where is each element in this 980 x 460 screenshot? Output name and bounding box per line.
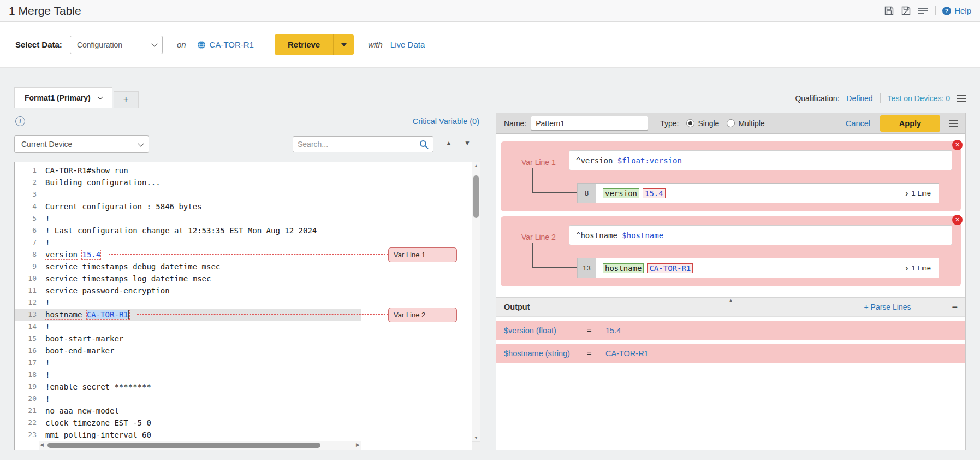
pattern-name-input[interactable] [531, 116, 648, 131]
expand-match-button[interactable]: › 1 Line [905, 188, 939, 198]
data-toolbar: Select Data: Configuration on CA-TOR-R1 … [0, 22, 980, 68]
code-line-row[interactable]: 7! [15, 237, 361, 249]
var-line-1-flag[interactable]: Var Line 1 [388, 247, 457, 262]
code-line-row[interactable]: 22clock timezone EST -5 0 [15, 417, 361, 429]
save-icon[interactable] [884, 5, 894, 16]
line-number: 1 [15, 164, 37, 176]
var-line-1-card: × Var Line 1 ^version $float:version 8 v… [501, 141, 961, 211]
code-line-row[interactable]: 1CA-TOR-R1#show run [15, 164, 361, 176]
radio-single-label: Single [698, 119, 719, 128]
code-line-text: service password-encryption [45, 285, 170, 297]
line-number: 12 [15, 297, 37, 309]
chevron-down-icon [341, 43, 347, 46]
summary-list-icon[interactable] [918, 7, 929, 15]
code-line-row[interactable]: 2Building configuration... [15, 176, 361, 188]
match-value: CA-TOR-R1 [647, 263, 693, 273]
code-line-text: ! [45, 237, 50, 249]
scroll-right-icon[interactable]: ▶ [356, 442, 360, 447]
match-row[interactable]: 8 version 15.4 › 1 Line [577, 183, 939, 203]
code-line-text: CA-TOR-R1#show run [45, 164, 128, 176]
qualification-defined-link[interactable]: Defined [846, 94, 872, 103]
app-header: 1 Merge Table ? Help [0, 0, 980, 22]
critical-variable-link[interactable]: Critical Variable (0) [413, 117, 479, 126]
pattern-expression-input[interactable]: ^hostname $hostname [569, 225, 952, 245]
horizontal-scroll-thumb[interactable] [47, 443, 320, 448]
code-line-text: boot-end-marker [45, 345, 114, 357]
code-line-row[interactable]: 10service timestamps log datetime msec [15, 273, 361, 285]
match-row[interactable]: 13 hostname CA-TOR-R1 › 1 Line [577, 258, 939, 278]
parse-lines-button[interactable]: + Parse Lines [864, 303, 911, 311]
equals-sign: = [587, 349, 605, 358]
code-line-row[interactable]: 5! [15, 213, 361, 225]
output-rows: $version (float) = 15.4 $hostname (strin… [496, 321, 965, 363]
code-line-row[interactable]: 15boot-start-marker [15, 333, 361, 345]
help-button[interactable]: ? Help [942, 6, 971, 15]
help-label: Help [954, 6, 971, 15]
scroll-down-icon[interactable]: ▼ [472, 435, 480, 440]
scroll-up-icon[interactable]: ▲ [472, 163, 480, 168]
type-radio-option[interactable]: Single [686, 119, 719, 128]
line-number: 4 [15, 200, 37, 213]
radio-multiple-label: Multiple [738, 119, 764, 128]
close-icon[interactable]: × [952, 215, 963, 225]
save-as-icon[interactable] [901, 5, 911, 16]
code-line-row[interactable]: 4Current configuration : 5846 bytes [15, 200, 361, 213]
code-line-row[interactable]: 9service timestamps debug datetime msec [15, 261, 361, 273]
search-next-button[interactable]: ▼ [464, 139, 471, 147]
vertical-scroll-thumb[interactable] [473, 175, 479, 218]
tab-bar: Format1 (Primary) + Qualification: Defin… [0, 88, 980, 108]
data-source-select[interactable]: Configuration [70, 36, 163, 54]
code-line-row[interactable]: 20! [15, 393, 361, 405]
code-line-row[interactable]: 19!enable secret ******** [15, 381, 361, 393]
test-on-devices-link[interactable]: Test on Devices: 0 [888, 94, 950, 103]
scroll-left-icon[interactable]: ◀ [40, 442, 44, 447]
code-line-text: Building configuration... [45, 176, 161, 188]
code-line-row[interactable]: 18! [15, 369, 361, 381]
code-line-row[interactable]: 16boot-end-marker [15, 345, 361, 357]
code-line-row[interactable]: 11service password-encryption [15, 285, 361, 297]
search-previous-button[interactable]: ▲ [446, 139, 452, 147]
type-radio-option[interactable]: Multiple [727, 119, 764, 128]
connector-elbow [532, 168, 577, 193]
tab-format1-primary[interactable]: Format1 (Primary) [14, 87, 112, 108]
pattern-expression-input[interactable]: ^version $float:version [569, 150, 952, 170]
minimize-output-icon[interactable]: − [952, 302, 958, 312]
var-line-2-flag[interactable]: Var Line 2 [388, 308, 457, 322]
code-line-row[interactable]: 21no aaa new-model [15, 405, 361, 417]
pattern-menu-icon[interactable] [949, 120, 958, 127]
content-area: Format1 (Primary) + Qualification: Defin… [0, 68, 980, 460]
code-line-row[interactable]: 6! Last configuration change at 12:53:35… [15, 225, 361, 237]
close-icon[interactable]: × [952, 140, 963, 150]
line-number: 21 [15, 405, 37, 417]
line-number: 7 [15, 237, 37, 249]
output-collapse-handle[interactable]: ▲ [728, 298, 733, 303]
pattern-variable: $hostname [622, 231, 663, 240]
add-format-tab-button[interactable]: + [114, 91, 139, 108]
divider [880, 93, 881, 103]
vertical-scrollbar[interactable]: ▲ ▼ [472, 162, 480, 441]
expand-match-button[interactable]: › 1 Line [905, 263, 939, 273]
code-line-row[interactable]: 13hostname CA-TOR-R1 [15, 309, 361, 321]
horizontal-scrollbar[interactable]: ◀ ▶ [39, 441, 361, 450]
search-input[interactable] [298, 140, 419, 149]
pattern-panel: Name: Type: Single Multiple Cancel Apply [496, 113, 966, 450]
tab-menu-icon[interactable] [957, 95, 966, 102]
retrieve-button[interactable]: Retrieve [275, 34, 333, 55]
retrieve-dropdown-button[interactable] [333, 34, 354, 55]
code-line-text: service timestamps debug datetime msec [45, 261, 220, 273]
code-line-text: service timestamps log datetime msec [45, 273, 211, 285]
match-keyword: version [603, 188, 639, 198]
cancel-button[interactable]: Cancel [846, 119, 870, 128]
device-link[interactable]: CA-TOR-R1 [197, 40, 254, 49]
info-icon[interactable]: i [15, 116, 25, 126]
code-line-row[interactable]: 14! [15, 321, 361, 333]
device-scope-select[interactable]: Current Device [14, 135, 149, 153]
code-line-row[interactable]: 17! [15, 357, 361, 369]
live-data-link[interactable]: Live Data [390, 40, 425, 49]
code-line-row[interactable]: 23mmi polling-interval 60 [15, 429, 361, 441]
code-line-row[interactable]: 8version 15.4 [15, 249, 361, 261]
apply-button[interactable]: Apply [880, 115, 940, 132]
code-line-row[interactable]: 3 [15, 188, 361, 200]
line-number: 10 [15, 273, 37, 285]
code-line-row[interactable]: 12! [15, 297, 361, 309]
